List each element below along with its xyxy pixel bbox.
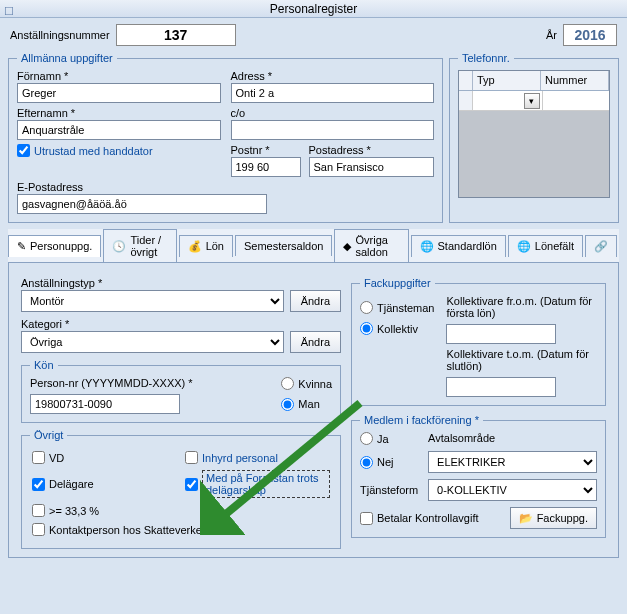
postnr-input[interactable] — [231, 157, 301, 177]
adress-label: Adress * — [231, 70, 435, 82]
efternamn-input[interactable] — [17, 120, 221, 140]
nej-radio[interactable]: Nej — [360, 456, 418, 469]
avtal-label: Avtalsområde — [428, 432, 495, 444]
emp-no-input[interactable] — [116, 24, 236, 46]
pencil-icon: ✎ — [17, 240, 26, 253]
link-icon: 🔗 — [594, 240, 608, 253]
anst-typ-select[interactable]: Montör — [21, 290, 284, 312]
kvinna-radio[interactable]: Kvinna — [281, 377, 332, 390]
medlem-legend: Medlem i fackförening * — [360, 414, 483, 426]
kollektiv-radio[interactable]: Kollektiv — [360, 322, 434, 335]
inhyrd-check[interactable]: Inhyrd personal — [185, 451, 330, 464]
postadress-input[interactable] — [309, 157, 435, 177]
tjform-label: Tjänsteform — [360, 484, 418, 496]
tab-lonefalt[interactable]: 🌐Lönefält — [508, 235, 583, 257]
medlem-fieldset: Medlem i fackförening * Ja Avtalsområde … — [351, 414, 606, 538]
k-tom-label: Kollektivare t.o.m. (Datum för slutlön) — [446, 348, 597, 372]
ja-radio[interactable]: Ja — [360, 432, 418, 445]
diamond-icon: ◆ — [343, 240, 351, 253]
general-fieldset: Allmänna uppgifter Förnamn * Adress * Ef… — [8, 52, 443, 223]
money-icon: 💰 — [188, 240, 202, 253]
kategori-label: Kategori * — [21, 318, 341, 330]
tab-personuppg[interactable]: ✎Personuppg. — [8, 235, 101, 257]
anst-typ-label: Anställningstyp * — [21, 277, 341, 289]
tab-tider[interactable]: 🕓Tider / övrigt — [103, 229, 176, 262]
epost-input[interactable] — [17, 194, 267, 214]
window-title: Personalregister — [270, 2, 357, 16]
kategori-select[interactable]: Övriga — [21, 331, 284, 353]
tab-link[interactable]: 🔗 — [585, 235, 617, 257]
emp-no-label: Anställningsnummer — [10, 29, 110, 41]
delagare-check[interactable]: Delägare — [32, 470, 177, 498]
adress-input[interactable] — [231, 83, 435, 103]
telefon-col-typ: Typ — [473, 71, 541, 90]
postnr-label: Postnr * — [231, 144, 301, 156]
ovrigt-legend: Övrigt — [30, 429, 67, 441]
general-legend: Allmänna uppgifter — [17, 52, 117, 64]
telefon-grid[interactable]: Typ Nummer ▾ — [458, 70, 610, 198]
fack-fieldset: Fackuppgifter Tjänsteman Kollektiv Kolle… — [351, 277, 606, 406]
betalar-check[interactable]: Betalar Kontrollavgift — [360, 512, 495, 525]
fornamn-input[interactable] — [17, 83, 221, 103]
globe-icon: 🌐 — [517, 240, 531, 253]
kon-fieldset: Kön Person-nr (YYYYMMDD-XXXX) * Kvinna M… — [21, 359, 341, 423]
kategori-andra-button[interactable]: Ändra — [290, 331, 341, 353]
telefon-fieldset: Telefonnr. Typ Nummer ▾ — [449, 52, 619, 223]
tab-bar: ✎Personuppg. 🕓Tider / övrigt 💰Lön Semest… — [8, 229, 619, 263]
kon-legend: Kön — [30, 359, 58, 371]
handdator-check[interactable]: Utrustad med handdator — [17, 144, 153, 157]
handdator-label: Utrustad med handdator — [34, 145, 153, 157]
kontaktperson-check[interactable]: Kontaktperson hos Skatteverket — [32, 523, 330, 536]
fackuppg-button[interactable]: 📂 Fackuppg. — [510, 507, 597, 529]
ovrigt-fieldset: Övrigt VD Inhyrd personal Delägare Med p… — [21, 429, 341, 549]
avtal-select[interactable]: ELEKTRIKER — [428, 451, 597, 473]
tjansteman-radio[interactable]: Tjänsteman — [360, 301, 434, 314]
personnr-label: Person-nr (YYYYMMDD-XXXX) * — [30, 377, 267, 389]
vd-check[interactable]: VD — [32, 451, 177, 464]
epost-label: E-Postadress — [17, 181, 434, 193]
fornamn-label: Förnamn * — [17, 70, 221, 82]
year-input[interactable] — [563, 24, 617, 46]
man-radio[interactable]: Man — [281, 398, 332, 411]
k-from-input[interactable] — [446, 324, 556, 344]
year-label: År — [546, 29, 557, 41]
tjform-select[interactable]: 0-KOLLEKTIV — [428, 479, 597, 501]
fack-legend: Fackuppgifter — [360, 277, 435, 289]
foralistan-check[interactable]: Med på Foralistan trots delägarskap — [185, 470, 330, 498]
foralistan-label: Med på Foralistan trots delägarskap — [202, 470, 330, 498]
telefon-col-nummer: Nummer — [541, 71, 609, 90]
postadress-label: Postadress * — [309, 144, 435, 156]
k-from-label: Kollektivare fr.o.m. (Datum för första l… — [446, 295, 597, 319]
co-input[interactable] — [231, 120, 435, 140]
ge33-check[interactable]: >= 33,3 % — [32, 504, 177, 517]
top-row: Anställningsnummer År — [0, 18, 627, 52]
telefon-legend: Telefonnr. — [458, 52, 514, 64]
personnr-input[interactable] — [30, 394, 180, 414]
anst-typ-andra-button[interactable]: Ändra — [290, 290, 341, 312]
folder-icon: 📂 — [519, 512, 533, 525]
app-icon: ☐ — [4, 2, 14, 20]
telefon-row[interactable]: ▾ — [459, 91, 609, 111]
tab-ovriga[interactable]: ◆Övriga saldon — [334, 229, 408, 262]
globe-icon: 🌐 — [420, 240, 434, 253]
tab-semester[interactable]: Semestersaldon — [235, 235, 333, 256]
k-tom-input[interactable] — [446, 377, 556, 397]
clock-icon: 🕓 — [112, 240, 126, 253]
typ-dropdown-icon[interactable]: ▾ — [524, 93, 540, 109]
efternamn-label: Efternamn * — [17, 107, 221, 119]
title-bar: ☐ Personalregister — [0, 0, 627, 18]
tab-standardlon[interactable]: 🌐Standardlön — [411, 235, 506, 257]
handdator-checkbox[interactable] — [17, 144, 30, 157]
tab-lon[interactable]: 💰Lön — [179, 235, 233, 257]
co-label: c/o — [231, 107, 435, 119]
